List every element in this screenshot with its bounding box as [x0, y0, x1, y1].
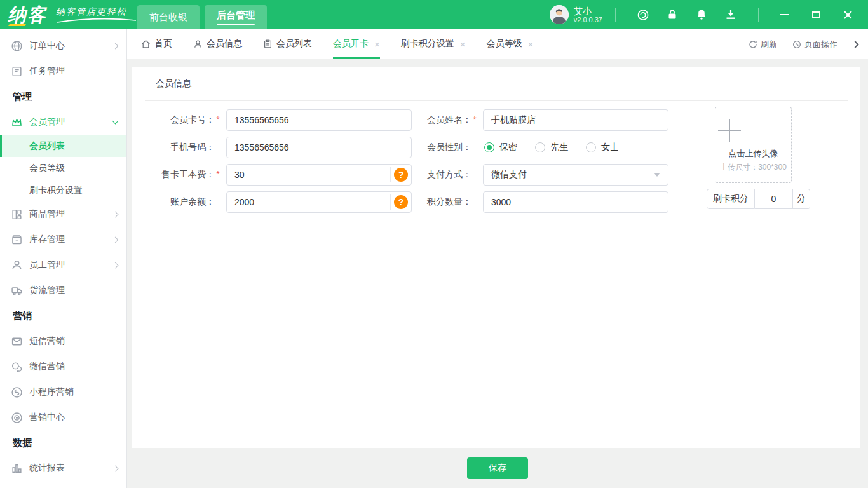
sidebar-item-goods-management[interactable]: 商品管理: [0, 201, 126, 227]
sidebar-item-wechat-marketing[interactable]: 微信营销: [0, 354, 126, 379]
maximize-button[interactable]: [811, 10, 821, 20]
lock-icon[interactable]: [666, 8, 679, 21]
app-logo: 纳客: [8, 6, 47, 24]
user-info: 艾小 v2.0.0.37: [574, 6, 602, 24]
clipboard-icon: [263, 39, 273, 49]
sidebar-item-marketing-center[interactable]: 营销中心: [0, 405, 126, 430]
card-fee-label: 售卡工本费：*: [145, 169, 221, 180]
tab-home[interactable]: 首页: [141, 29, 172, 59]
phone-field-wrap: [226, 137, 412, 158]
tabbar: 首页 会员信息 会员列表 会员开卡 × 刷卡积分设置 × 会员等级 ×: [127, 29, 868, 59]
refresh-icon: [749, 40, 757, 49]
chevron-right-icon: [112, 465, 119, 471]
top-nav: 前台收银 后台管理: [137, 0, 267, 29]
bell-icon[interactable]: [695, 8, 708, 21]
radio-icon: [586, 142, 596, 152]
inventory-icon: [10, 233, 23, 246]
window-controls: [779, 10, 853, 20]
minimize-button[interactable]: [779, 10, 789, 20]
top-tab-backoffice[interactable]: 后台管理: [205, 5, 267, 29]
download-icon[interactable]: [724, 8, 737, 21]
points-field-wrap: [483, 191, 668, 213]
points-input[interactable]: [483, 191, 668, 213]
orders-icon: [10, 39, 23, 52]
close-tab-icon[interactable]: ×: [460, 39, 466, 49]
close-button[interactable]: [843, 10, 853, 20]
support-icon[interactable]: [637, 8, 649, 21]
top-tab-cashier[interactable]: 前台收银: [137, 5, 200, 29]
member-info-panel: 会员信息 会员卡号：* 会员姓名：* 手机号码：: [132, 67, 860, 448]
close-tab-icon[interactable]: ×: [528, 39, 534, 49]
page-operations-button[interactable]: 页面操作: [792, 39, 837, 50]
gender-radio-secret[interactable]: 保密: [484, 142, 517, 153]
target-icon: [10, 411, 23, 424]
sidebar-item-inventory-management[interactable]: 库存管理: [0, 227, 126, 252]
chevron-down-icon: [112, 118, 119, 125]
wechat-icon: [10, 360, 23, 373]
avatar-upload-box[interactable]: 点击上传头像 上传尺寸：300*300: [715, 107, 792, 183]
sidebar-item-partial[interactable]: [0, 481, 126, 488]
swipe-points-label: 刷卡积分: [707, 189, 755, 209]
brand: 纳客 纳客管店更轻松: [0, 0, 127, 29]
sidebar-subitem-card-points-settings[interactable]: 刷卡积分设置: [0, 179, 126, 201]
help-icon[interactable]: ?: [394, 195, 408, 209]
save-button[interactable]: 保存: [467, 458, 528, 479]
phone-input[interactable]: [226, 137, 412, 158]
sidebar-item-miniprogram-marketing[interactable]: 小程序营销: [0, 379, 126, 405]
card-fee-field-wrap: ?: [226, 164, 412, 186]
close-tab-icon[interactable]: ×: [374, 39, 380, 49]
chevron-right-icon: [112, 236, 119, 243]
chevron-right-icon[interactable]: [851, 41, 858, 48]
help-icon[interactable]: ?: [394, 168, 408, 182]
mail-icon: [10, 335, 23, 348]
avatar-icon: [550, 5, 569, 24]
chevron-right-icon: [112, 262, 119, 268]
sidebar-item-member-management[interactable]: 会员管理: [0, 109, 126, 135]
refresh-button[interactable]: 刷新: [749, 39, 777, 50]
tagline-swoosh-icon: [56, 18, 137, 24]
sidebar-item-sms-marketing[interactable]: 短信营销: [0, 329, 126, 354]
topbar: 纳客 纳客管店更轻松 前台收银 后台管理 艾小 v2.0.0.37: [0, 0, 868, 29]
swipe-points-input[interactable]: [755, 189, 793, 209]
sidebar-item-task-management[interactable]: 任务管理: [0, 58, 126, 84]
chevron-right-icon: [112, 211, 119, 217]
sidebar-item-staff-management[interactable]: 员工管理: [0, 252, 126, 278]
miniprogram-icon: [10, 386, 23, 398]
user-avatar[interactable]: [550, 5, 569, 24]
user-name: 艾小: [574, 6, 602, 16]
sidebar-item-statistics-report[interactable]: 统计报表: [0, 456, 126, 481]
gender-radio-group: 保密 先生 女士: [484, 142, 619, 153]
payment-select[interactable]: 微信支付: [483, 164, 668, 186]
main-area: 首页 会员信息 会员列表 会员开卡 × 刷卡积分设置 × 会员等级 ×: [127, 29, 868, 488]
sidebar: 订单中心 任务管理 管理 会员管理 会员列表 会员等级 刷卡积分设置 商品管理: [0, 29, 127, 488]
page-body: 订单中心 任务管理 管理 会员管理 会员列表 会员等级 刷卡积分设置 商品管理: [0, 29, 868, 488]
member-name-input[interactable]: [483, 109, 668, 131]
upload-size-hint: 上传尺寸：300*300: [715, 162, 791, 173]
card-fee-input[interactable]: [226, 164, 412, 186]
radio-icon: [535, 142, 545, 152]
tab-member-info[interactable]: 会员信息: [193, 29, 242, 59]
sidebar-subitem-member-list[interactable]: 会员列表: [0, 135, 126, 157]
tabbar-actions: 刷新 页面操作: [749, 29, 858, 59]
tasks-icon: [10, 65, 23, 78]
sidebar-subitem-member-level[interactable]: 会员等级: [0, 157, 126, 179]
sidebar-item-order-center[interactable]: 订单中心: [0, 33, 126, 58]
tab-card-points-settings[interactable]: 刷卡积分设置 ×: [401, 29, 466, 59]
tab-member-list[interactable]: 会员列表: [263, 29, 312, 59]
home-icon: [141, 39, 151, 49]
page-operations-icon: [792, 40, 801, 49]
gender-radio-female[interactable]: 女士: [586, 142, 619, 153]
gender-radio-male[interactable]: 先生: [535, 142, 568, 153]
card-no-input[interactable]: [226, 109, 412, 131]
balance-input[interactable]: [226, 191, 412, 213]
plus-icon: [715, 118, 743, 143]
content-area: 会员信息 会员卡号：* 会员姓名：* 手机号码：: [127, 59, 868, 448]
tab-member-level[interactable]: 会员等级 ×: [487, 29, 534, 59]
tab-member-card-open[interactable]: 会员开卡 ×: [333, 29, 380, 59]
swipe-points-group: 刷卡积分 分: [707, 189, 810, 209]
minimize-icon: [780, 14, 789, 15]
panel-title: 会员信息: [156, 78, 848, 90]
sidebar-item-logistics-management[interactable]: 货流管理: [0, 278, 126, 303]
radio-icon: [484, 142, 494, 152]
divider: [145, 100, 848, 101]
